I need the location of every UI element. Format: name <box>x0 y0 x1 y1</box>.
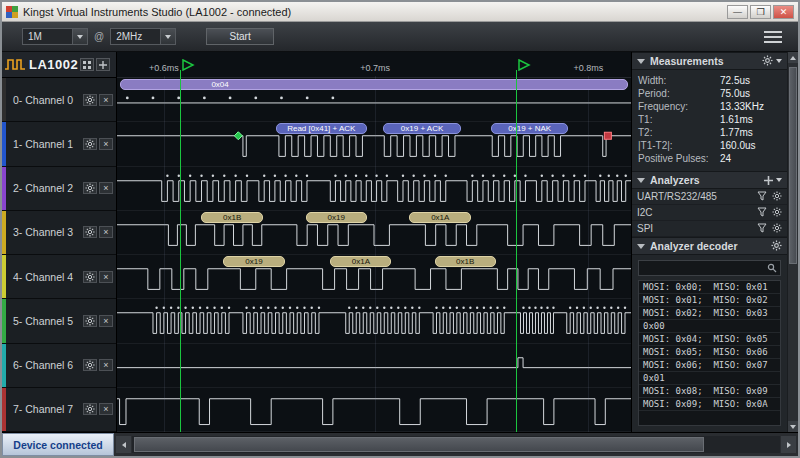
scroll-thumb[interactable] <box>789 67 797 264</box>
scroll-up-icon[interactable] <box>788 52 798 63</box>
filter-icon[interactable] <box>757 191 767 203</box>
gear-icon <box>85 227 95 237</box>
maximize-button[interactable]: ❒ <box>750 5 771 19</box>
add-channel-button[interactable] <box>96 58 110 71</box>
channel-settings-button[interactable] <box>83 182 97 194</box>
menu-icon[interactable] <box>764 31 782 43</box>
decoder-row[interactable]: MOSI: 0x00; MISO: 0x01 <box>639 281 780 294</box>
measurement-label: T1: <box>638 114 720 125</box>
analyzer-row[interactable]: I2C <box>632 205 787 221</box>
channel-close-button[interactable]: × <box>99 359 113 371</box>
channel-settings-button[interactable] <box>83 403 97 415</box>
channel-settings-button[interactable] <box>83 94 97 106</box>
gear-icon[interactable] <box>772 207 782 219</box>
analyzers-list: UART/RS232/485I2CSPI <box>632 189 787 237</box>
add-analyzer-icon[interactable] <box>764 171 773 189</box>
channel-row-6[interactable]: 6- Channel 6× <box>2 344 116 388</box>
analyzer-row[interactable]: SPI <box>632 221 787 237</box>
scroll-track[interactable] <box>788 63 798 421</box>
search-input[interactable] <box>639 263 767 274</box>
channel-list: 0- Channel 0×1- Channel 1×2- Channel 2×3… <box>2 78 116 432</box>
trigger-flag-icon[interactable] <box>518 59 532 71</box>
channel-close-button[interactable]: × <box>99 271 113 283</box>
search-icon[interactable] <box>767 259 777 277</box>
start-button[interactable]: Start <box>206 28 274 45</box>
sample-rate-select[interactable]: 2MHz <box>110 28 176 45</box>
channel-close-button[interactable]: × <box>99 138 113 150</box>
filter-icon[interactable] <box>757 207 767 219</box>
gear-icon[interactable] <box>772 191 782 203</box>
collapse-arrow-icon[interactable] <box>637 178 645 183</box>
channel-row-0[interactable]: 0- Channel 0× <box>2 78 116 122</box>
decoder-row[interactable]: 0x01 <box>639 372 780 385</box>
analyzer-row[interactable]: UART/RS232/485 <box>632 189 787 205</box>
channel-close-button[interactable]: × <box>99 403 113 415</box>
waveform-area[interactable]: +0.6ms+0.7ms+0.8ms 0x04Read [0x41] + ACK… <box>117 52 631 432</box>
channel-settings-button[interactable] <box>83 271 97 283</box>
measurements-header[interactable]: Measurements <box>632 52 787 70</box>
right-panel-scrollbar[interactable] <box>787 52 798 432</box>
channel-panel: LA1002 0- Channel 0×1- Channel 1×2- Chan… <box>2 52 117 432</box>
gear-icon[interactable] <box>771 237 782 255</box>
channel-row-2[interactable]: 2- Channel 2× <box>2 167 116 211</box>
channel-row-1[interactable]: 1- Channel 1× <box>2 122 116 166</box>
app-window: Kingst Virtual Instruments Studio (LA100… <box>0 0 800 458</box>
channel-settings-button[interactable] <box>83 359 97 371</box>
minimize-button[interactable]: — <box>727 5 748 19</box>
decode-annotation: 0x1A <box>330 256 391 267</box>
channel-row-3[interactable]: 3- Channel 3× <box>2 211 116 255</box>
channel-row-5[interactable]: 5- Channel 5× <box>2 299 116 343</box>
grid-view-button[interactable] <box>80 58 94 71</box>
scroll-track[interactable] <box>132 436 780 453</box>
channel-settings-button[interactable] <box>83 138 97 150</box>
decoder-header[interactable]: Analyzer decoder <box>632 237 787 255</box>
channel-buttons: × <box>83 138 113 150</box>
chevron-down-icon[interactable] <box>160 29 175 44</box>
channel-close-button[interactable]: × <box>99 226 113 238</box>
channel-close-button[interactable]: × <box>99 315 113 327</box>
channel-color-strip <box>2 299 6 342</box>
time-tick-label: +0.8ms <box>573 63 603 73</box>
decode-annotation: 0x19 <box>306 212 367 223</box>
scroll-down-icon[interactable] <box>788 421 798 432</box>
scroll-thumb[interactable] <box>134 437 704 452</box>
gear-icon[interactable] <box>762 52 773 70</box>
trigger-flag-icon[interactable] <box>182 59 196 71</box>
filter-icon[interactable] <box>757 223 767 235</box>
collapse-arrow-icon[interactable] <box>637 244 645 249</box>
decoder-row[interactable]: MOSI: 0x05; MISO: 0x06 <box>639 346 780 359</box>
chevron-down-icon[interactable] <box>72 29 87 44</box>
measurement-label: T2: <box>638 127 720 138</box>
decoder-list[interactable]: MOSI: 0x00; MISO: 0x01MOSI: 0x01; MISO: … <box>638 280 781 426</box>
channel-buttons: × <box>83 226 113 238</box>
scroll-left-icon[interactable] <box>116 436 131 453</box>
gear-icon[interactable] <box>772 223 782 235</box>
channel-settings-button[interactable] <box>83 315 97 327</box>
measurement-value: 72.5us <box>720 75 750 86</box>
chevron-down-icon[interactable] <box>776 59 782 63</box>
waveform-svg <box>117 299 631 342</box>
channel-row-4[interactable]: 4- Channel 4× <box>2 255 116 299</box>
close-button[interactable]: ✕ <box>773 5 794 19</box>
decoder-row[interactable]: MOSI: 0x04; MISO: 0x05 <box>639 333 780 346</box>
collapse-arrow-icon[interactable] <box>637 59 645 64</box>
decode-annotation: 0x1A <box>409 212 471 223</box>
decoder-row[interactable]: MOSI: 0x09; MISO: 0x0A <box>639 398 780 411</box>
channel-close-button[interactable]: × <box>99 182 113 194</box>
chevron-down-icon[interactable] <box>776 178 782 182</box>
analyzers-header[interactable]: Analyzers <box>632 171 787 189</box>
scroll-right-icon[interactable] <box>781 436 796 453</box>
decoder-row[interactable]: MOSI: 0x06; MISO: 0x07 <box>639 359 780 372</box>
sample-depth-select[interactable]: 1M <box>22 28 88 45</box>
decoder-row[interactable]: 0x00 <box>639 320 780 333</box>
cursor-square-marker <box>604 133 611 140</box>
channel-settings-button[interactable] <box>83 226 97 238</box>
trigger-cursor-line-1[interactable] <box>180 70 181 432</box>
horizontal-scrollbar[interactable] <box>114 433 798 456</box>
channel-close-button[interactable]: × <box>99 94 113 106</box>
decoder-row[interactable]: MOSI: 0x08; MISO: 0x09 <box>639 385 780 398</box>
channel-row-7[interactable]: 7- Channel 7× <box>2 388 116 432</box>
decoder-row[interactable]: MOSI: 0x01; MISO: 0x02 <box>639 294 780 307</box>
decoder-row[interactable]: MOSI: 0x02; MISO: 0x03 <box>639 307 780 320</box>
trigger-cursor-line-2[interactable] <box>516 70 517 432</box>
